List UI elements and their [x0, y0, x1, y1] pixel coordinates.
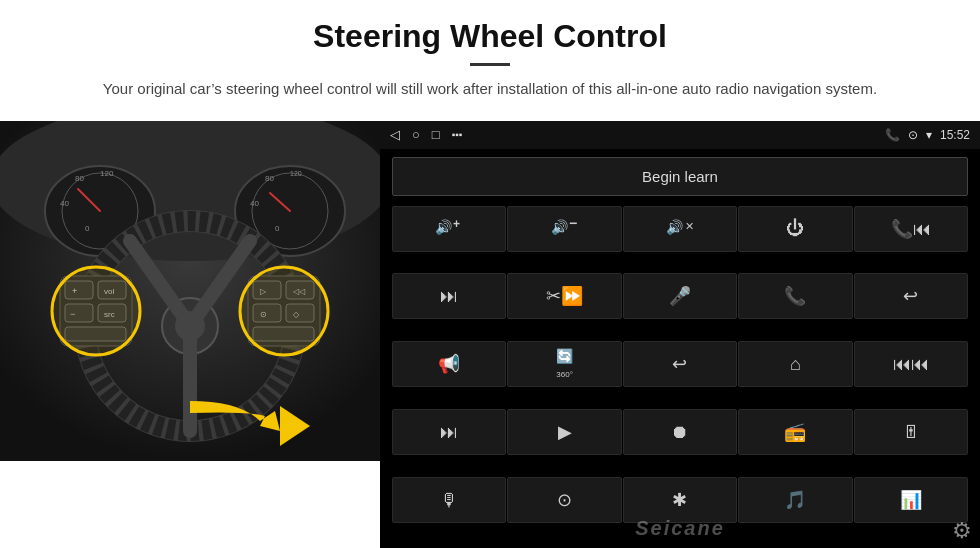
vol-down-icon: 🔊− [551, 216, 579, 241]
svg-text:🔊: 🔊 [666, 219, 684, 236]
vol-down-button[interactable]: 🔊− [507, 206, 621, 252]
page-wrapper: Steering Wheel Control Your original car… [0, 0, 980, 548]
skip-icon: ✂⏩ [546, 285, 583, 307]
location-icon: ⊙ [908, 128, 918, 142]
source-button[interactable]: ⏺ [623, 409, 737, 455]
svg-text:0: 0 [275, 224, 280, 233]
begin-learn-button[interactable]: Begin learn [392, 157, 968, 196]
home-icon[interactable]: ○ [412, 127, 420, 142]
back-nav-icon: ↩ [672, 353, 687, 375]
camera360-button[interactable]: 🔄360° [507, 341, 621, 387]
gear-button[interactable]: ⚙ [952, 518, 972, 544]
prev-icon: 📞⏮ [891, 218, 931, 240]
mic-icon: 🎤 [669, 285, 691, 307]
title-divider [470, 63, 510, 66]
time-display: 15:52 [940, 128, 970, 142]
mic2-icon: 🎙 [440, 490, 458, 511]
mute-button[interactable]: 🔊✕ [623, 206, 737, 252]
call-button[interactable]: 📞 [738, 273, 852, 319]
wifi-icon: ▾ [926, 128, 932, 142]
phone-icon: 📞 [885, 128, 900, 142]
status-bar-left: ◁ ○ □ ▪▪▪ [390, 127, 462, 142]
back-nav-button[interactable]: ↩ [623, 341, 737, 387]
svg-text:80: 80 [75, 174, 84, 183]
mute-icon: 🔊✕ [666, 216, 694, 241]
navigate-icon: ▶ [558, 421, 572, 443]
svg-text:120: 120 [290, 170, 302, 177]
speaker-icon: 📢 [438, 353, 460, 375]
steering-wheel-svg: 0 40 80 120 0 40 80 120 [0, 121, 380, 461]
music-button[interactable]: 🎵 [738, 477, 852, 523]
power-button[interactable]: ⏻ [738, 206, 852, 252]
subtitle: Your original car’s steering wheel contr… [100, 78, 880, 101]
status-bar-right: 📞 ⊙ ▾ 15:52 [885, 128, 970, 142]
signal-icon: ▪▪▪ [452, 129, 463, 140]
recent-icon[interactable]: □ [432, 127, 440, 142]
svg-text:✕: ✕ [685, 220, 694, 232]
rewind-button[interactable]: ⏮⏮ [854, 341, 968, 387]
begin-learn-row: Begin learn [380, 149, 980, 204]
svg-point-43 [52, 267, 140, 355]
prev-button[interactable]: 📞⏮ [854, 206, 968, 252]
eq-icon: 🎚 [902, 422, 920, 443]
mic-button[interactable]: 🎤 [623, 273, 737, 319]
hangup-button[interactable]: ↩ [854, 273, 968, 319]
fastfwd-button[interactable]: ⏭ [392, 409, 506, 455]
next-button[interactable]: ⏭ [392, 273, 506, 319]
source-icon: ⏺ [671, 422, 689, 443]
home-nav-button[interactable]: ⌂ [738, 341, 852, 387]
rewind-icon: ⏮⏮ [893, 354, 929, 375]
android-panel: ◁ ○ □ ▪▪▪ 📞 ⊙ ▾ 15:52 Begin learn [380, 121, 980, 549]
eq-button[interactable]: 🎚 [854, 409, 968, 455]
svg-text:🔊: 🔊 [551, 219, 569, 236]
bluetooth-button[interactable]: ✱ [623, 477, 737, 523]
svg-text:40: 40 [60, 199, 69, 208]
spectrum-button[interactable]: 📊 [854, 477, 968, 523]
svg-text:80: 80 [265, 174, 274, 183]
svg-text:🔊: 🔊 [435, 219, 453, 236]
radio-icon: 📻 [784, 421, 806, 443]
svg-text:0: 0 [85, 224, 90, 233]
fastfwd-icon: ⏭ [440, 422, 458, 443]
spectrum-icon: 📊 [900, 489, 922, 511]
settings2-button[interactable]: ⊙ [507, 477, 621, 523]
power-icon: ⏻ [786, 218, 804, 239]
home-nav-icon: ⌂ [790, 354, 801, 375]
vol-up-icon: 🔊+ [435, 216, 463, 241]
radio-button[interactable]: 📻 [738, 409, 852, 455]
page-title: Steering Wheel Control [40, 18, 940, 55]
svg-text:120: 120 [100, 169, 114, 178]
music-icon: 🎵 [784, 489, 806, 511]
header-section: Steering Wheel Control Your original car… [0, 0, 980, 111]
vol-up-button[interactable]: 🔊+ [392, 206, 506, 252]
svg-text:−: − [569, 216, 577, 231]
speaker-button[interactable]: 📢 [392, 341, 506, 387]
status-bar: ◁ ○ □ ▪▪▪ 📞 ⊙ ▾ 15:52 [380, 121, 980, 149]
svg-text:40: 40 [250, 199, 259, 208]
settings2-icon: ⊙ [557, 489, 572, 511]
svg-text:+: + [453, 217, 460, 231]
bluetooth-icon: ✱ [672, 489, 687, 511]
skip-button[interactable]: ✂⏩ [507, 273, 621, 319]
content-row: 0 40 80 120 0 40 80 120 [0, 121, 980, 549]
navigate-button[interactable]: ▶ [507, 409, 621, 455]
camera360-icon: 🔄360° [556, 348, 573, 380]
mic2-button[interactable]: 🎙 [392, 477, 506, 523]
steering-wheel-image: 0 40 80 120 0 40 80 120 [0, 121, 380, 461]
svg-point-44 [240, 267, 328, 355]
back-icon[interactable]: ◁ [390, 127, 400, 142]
next-icon: ⏭ [440, 286, 458, 307]
hangup-icon: ↩ [903, 285, 918, 307]
call-icon: 📞 [784, 285, 806, 307]
control-grid: 🔊+ 🔊− 🔊✕ ⏻ 📞⏮ [380, 204, 980, 549]
